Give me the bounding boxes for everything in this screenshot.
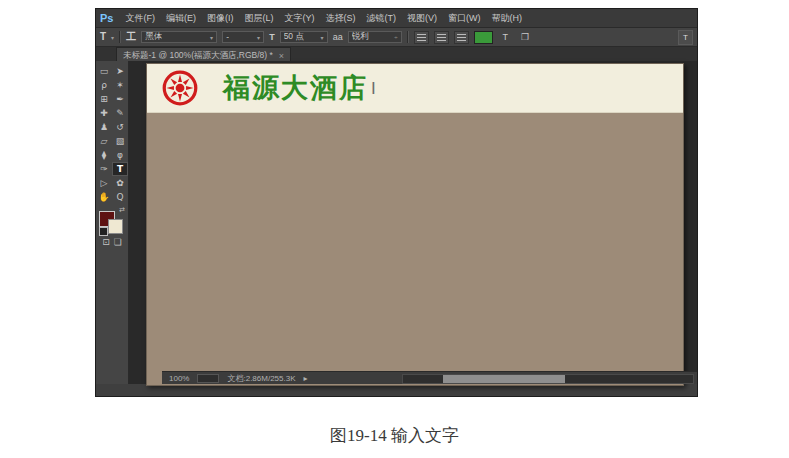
close-tab-icon[interactable]: × — [279, 51, 284, 61]
workspace: ▭ ➤ ρ ✶ ⊞ ✒ ✚ ✎ ♟ ↺ ▱ ▧ ⧫ φ ✑ T ▷ — [96, 61, 697, 384]
type-icon: T — [117, 165, 123, 174]
document-size-text: 文档:2.86M/255.3K — [227, 373, 295, 384]
type-tool-button[interactable]: T — [112, 162, 128, 176]
quick-selection-icon: ✶ — [116, 81, 124, 90]
crop-tool-button[interactable]: ⊞ — [96, 92, 112, 106]
quick-mask-icon[interactable]: ⊡ — [102, 237, 110, 247]
rectangular-marquee-icon: ▭ — [100, 67, 109, 76]
history-brush-icon: ↺ — [116, 123, 124, 132]
history-brush-tool-button[interactable]: ↺ — [112, 120, 128, 134]
crop-icon: ⊞ — [100, 95, 108, 104]
eraser-tool-button[interactable]: ▱ — [96, 134, 112, 148]
background-color-swatch[interactable] — [108, 219, 123, 234]
eyedropper-icon: ✒ — [116, 95, 124, 104]
sunburst-logo-icon — [161, 69, 199, 107]
dodge-icon: φ — [117, 151, 123, 160]
eraser-icon: ▱ — [101, 137, 108, 146]
lasso-icon: ρ — [101, 81, 107, 90]
move-icon: ➤ — [116, 67, 124, 76]
scrollbar-thumb[interactable] — [443, 375, 565, 383]
healing-brush-icon: ✚ — [100, 109, 108, 118]
custom-shape-icon: ✿ — [116, 179, 124, 188]
tool-preset-caret-icon[interactable]: ▾ — [111, 34, 114, 41]
text-orientation-icon[interactable]: 工 — [126, 32, 136, 42]
pen-tool-button[interactable]: ✑ — [96, 162, 112, 176]
type-tool-icon[interactable]: T — [100, 32, 106, 42]
align-left-button[interactable] — [414, 31, 429, 44]
text-color-swatch[interactable] — [474, 31, 493, 44]
path-selection-icon: ▷ — [101, 179, 108, 188]
status-popup-arrow-icon[interactable]: ▸ — [304, 374, 308, 383]
menu-view[interactable]: 视图(V) — [407, 12, 437, 25]
font-size-icon: T — [269, 32, 275, 42]
eyedropper-tool-button[interactable]: ✒ — [112, 92, 128, 106]
status-field — [197, 374, 219, 383]
font-style-select[interactable]: - ▾ — [222, 31, 264, 43]
zoom-level-text[interactable]: 100% — [169, 374, 189, 383]
screen-mode-icon[interactable]: ❏ — [114, 237, 122, 247]
toolbox-bottom: ⊡ ❏ — [96, 237, 128, 247]
hand-tool-button[interactable]: ✋ — [96, 190, 112, 204]
font-family-value: 黑体 — [145, 31, 162, 43]
antialias-caret-icon: ÷ — [394, 34, 397, 40]
align-center-button[interactable] — [434, 31, 449, 44]
zoom-tool-button[interactable]: Q — [112, 190, 128, 204]
font-size-value: 50 点 — [284, 31, 304, 43]
menu-file[interactable]: 文件(F) — [125, 12, 155, 25]
menu-layer[interactable]: 图层(L) — [244, 12, 273, 25]
text-cursor-icon: Ⅰ — [371, 79, 376, 98]
menu-help[interactable]: 帮助(H) — [491, 12, 522, 25]
font-size-select[interactable]: 50 点 ▾ — [280, 31, 328, 43]
font-family-caret-icon: ▾ — [210, 34, 213, 41]
document-area: 福源大酒店 Ⅰ 100% 文档:2.86M/255.3K ▸ — [129, 61, 697, 384]
tool-grid: ▭ ➤ ρ ✶ ⊞ ✒ ✚ ✎ ♟ ↺ ▱ ▧ ⧫ φ ✑ T ▷ — [96, 64, 128, 204]
page: Ps 文件(F) 编辑(E) 图像(I) 图层(L) 文字(Y) 选择(S) 滤… — [0, 0, 789, 458]
status-bar: 100% 文档:2.86M/255.3K ▸ — [162, 371, 697, 384]
blur-icon: ⧫ — [102, 151, 106, 160]
font-family-select[interactable]: 黑体 ▾ — [141, 31, 217, 43]
document-tab-title: 未标题-1 @ 100%(福源大酒店,RGB/8) * — [123, 50, 273, 62]
clone-stamp-tool-button[interactable]: ♟ — [96, 120, 112, 134]
canvas[interactable]: 福源大酒店 Ⅰ — [146, 63, 684, 386]
healing-brush-tool-button[interactable]: ✚ — [96, 106, 112, 120]
align-right-button[interactable] — [454, 31, 469, 44]
menu-type[interactable]: 文字(Y) — [284, 12, 314, 25]
divider — [407, 31, 409, 43]
menu-select[interactable]: 选择(S) — [325, 12, 355, 25]
toggle-panels-icon[interactable]: ❐ — [518, 32, 533, 42]
blur-tool-button[interactable]: ⧫ — [96, 148, 112, 162]
default-colors-icon[interactable] — [99, 227, 108, 236]
custom-shape-tool-button[interactable]: ✿ — [112, 176, 128, 190]
pen-icon: ✑ — [100, 165, 108, 174]
move-tool-button[interactable]: ➤ — [112, 64, 128, 78]
brush-tool-button[interactable]: ✎ — [112, 106, 128, 120]
antialias-select[interactable]: 锐利 ÷ — [348, 31, 402, 43]
hotel-name-text: 福源大酒店 — [223, 70, 368, 106]
lasso-tool-button[interactable]: ρ — [96, 78, 112, 92]
horizontal-scrollbar[interactable] — [402, 374, 694, 384]
dodge-tool-button[interactable]: φ — [112, 148, 128, 162]
menu-bar: Ps 文件(F) 编辑(E) 图像(I) 图层(L) 文字(Y) 选择(S) 滤… — [96, 9, 697, 28]
menu-window[interactable]: 窗口(W) — [448, 12, 481, 25]
divider — [119, 31, 121, 43]
zoom-icon: Q — [116, 193, 123, 202]
photoshop-logo: Ps — [100, 12, 113, 24]
align-center-icon — [437, 34, 446, 41]
gradient-tool-button[interactable]: ▧ — [112, 134, 128, 148]
warp-text-icon[interactable]: T — [498, 32, 513, 42]
clone-stamp-icon: ♟ — [100, 123, 108, 132]
antialias-value: 锐利 — [352, 31, 369, 43]
font-style-caret-icon: ▾ — [257, 34, 260, 41]
font-style-value: - — [226, 32, 229, 42]
menu-image[interactable]: 图像(I) — [207, 12, 234, 25]
quick-selection-tool-button[interactable]: ✶ — [112, 78, 128, 92]
swap-colors-icon[interactable]: ⇄ — [119, 206, 125, 214]
menu-filter[interactable]: 滤镜(T) — [366, 12, 396, 25]
align-left-icon — [417, 34, 426, 41]
antialias-icon: aa — [333, 32, 343, 42]
menu-edit[interactable]: 编辑(E) — [166, 12, 196, 25]
rectangular-marquee-tool-button[interactable]: ▭ — [96, 64, 112, 78]
color-swatches: ⇄ — [99, 208, 125, 234]
path-selection-tool-button[interactable]: ▷ — [96, 176, 112, 190]
docked-panel-button[interactable]: T — [678, 30, 693, 45]
